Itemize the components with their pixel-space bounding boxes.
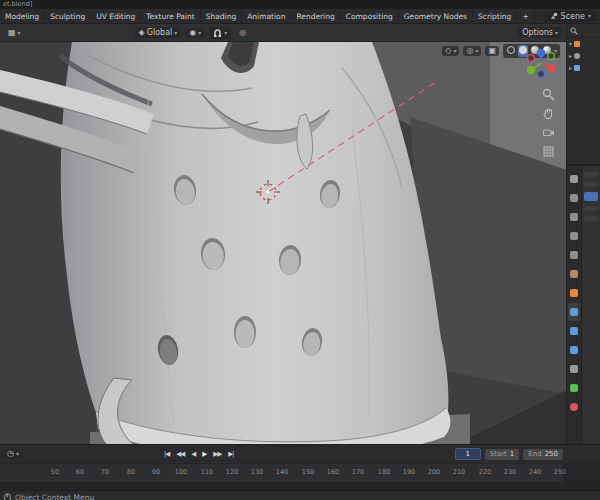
- tool-icon: [570, 175, 578, 183]
- snapping-dropdown[interactable]: ▾: [209, 27, 231, 39]
- search-icon[interactable]: [570, 27, 578, 35]
- end-label: End: [528, 450, 541, 458]
- viewport-nav-buttons: [542, 88, 555, 158]
- transform-orientation-dropdown[interactable]: ◈ Global ▾: [135, 27, 182, 38]
- tab-rendering[interactable]: Rendering: [291, 9, 340, 23]
- camera-view-icon[interactable]: [542, 126, 555, 139]
- properties-tab-tool[interactable]: [568, 170, 580, 188]
- show-gizmo-dropdown[interactable]: ◇ ▾: [442, 46, 459, 56]
- proportional-edit-toggle[interactable]: ◎: [235, 28, 250, 38]
- editor-grid-icon: ▦: [8, 29, 16, 37]
- properties-tab-material[interactable]: [568, 398, 580, 416]
- playback-controls: |◀ ◀◀ ◀ ▶ ▶▶ ▶|: [161, 448, 236, 460]
- editor-type-button[interactable]: ▦ ▾: [4, 28, 25, 38]
- properties-tab-output[interactable]: [568, 208, 580, 226]
- properties-row: [584, 206, 598, 211]
- tab-texture-paint[interactable]: Texture Paint: [141, 9, 200, 23]
- overlays-dropdown[interactable]: ◎ ▾: [463, 46, 481, 56]
- next-keyframe-button[interactable]: ▶▶: [210, 448, 224, 460]
- pivot-point-icon: ◉: [189, 29, 196, 37]
- window-title: et.blend]: [0, 0, 600, 9]
- properties-tab-scene[interactable]: [568, 246, 580, 264]
- properties-tab-render[interactable]: [568, 189, 580, 207]
- options-dropdown[interactable]: Options ▾: [518, 27, 562, 38]
- ruler-tick: 140: [276, 468, 288, 476]
- ruler-tick: 190: [403, 468, 415, 476]
- collection-icon: [574, 41, 580, 47]
- tab-shading[interactable]: Shading: [201, 9, 242, 23]
- viewport-3d: ▦ ▾ ◈ Global ▾ ◉ ▾: [0, 24, 566, 444]
- outliner-item-object[interactable]: ▸: [567, 62, 600, 74]
- properties-tab-object[interactable]: [568, 284, 580, 302]
- jump-to-end-button[interactable]: ▶|: [225, 448, 236, 460]
- magnet-icon: [213, 28, 222, 38]
- ruler-tick: 60: [76, 468, 84, 476]
- ruler-tick: 110: [201, 468, 213, 476]
- tab-uv-editing[interactable]: UV Editing: [91, 9, 141, 23]
- properties-row: [584, 172, 598, 177]
- xray-toggle[interactable]: ▣: [485, 46, 499, 56]
- clock-icon: ◷: [7, 450, 14, 458]
- outliner-item-scene-collection[interactable]: ▾: [567, 38, 600, 50]
- material-icon: [570, 403, 578, 411]
- frame-end-field[interactable]: End 250: [523, 449, 563, 460]
- outliner-item-collection[interactable]: ▸: [567, 50, 600, 62]
- move-view-hand-icon[interactable]: [542, 107, 555, 120]
- shading-wireframe-button[interactable]: [506, 45, 516, 57]
- pivot-point-dropdown[interactable]: ◉ ▾: [185, 28, 205, 38]
- tab-compositing[interactable]: Compositing: [341, 9, 399, 23]
- right-panel: ▾ ▸ ▸: [566, 24, 600, 444]
- tab-modeling[interactable]: Modeling: [0, 9, 45, 23]
- properties-tab-particles[interactable]: [568, 322, 580, 340]
- properties-tab-view-layer[interactable]: [568, 227, 580, 245]
- options-label: Options: [522, 28, 553, 37]
- prev-keyframe-button[interactable]: ◀◀: [173, 448, 187, 460]
- add-workspace-button[interactable]: +: [517, 9, 534, 23]
- frame-start-field[interactable]: Start 1: [485, 449, 520, 460]
- tab-animation[interactable]: Animation: [242, 9, 291, 23]
- transform-orientation-label: Global: [147, 28, 173, 37]
- xray-icon: ▣: [488, 47, 496, 55]
- timeline-ruler[interactable]: 50 60 70 80 90 100 110 120 130 140 150 1…: [0, 463, 600, 482]
- properties-row: [584, 216, 598, 221]
- chevron-down-icon: ▾: [198, 30, 201, 36]
- play-reverse-button[interactable]: ◀: [188, 448, 198, 460]
- timeline-editor-type-button[interactable]: ◷ ▾: [3, 449, 23, 459]
- ruler-tick: 220: [479, 468, 491, 476]
- current-frame-field[interactable]: 1: [455, 448, 481, 460]
- properties-tab-world[interactable]: [568, 265, 580, 283]
- scene-selector[interactable]: Scene ▾: [544, 11, 597, 22]
- properties-tab-physics[interactable]: [568, 341, 580, 359]
- viewport-canvas[interactable]: ◇ ▾ ◎ ▾ ▣ ▾: [0, 42, 566, 444]
- tab-sculpting[interactable]: Sculpting: [45, 9, 91, 23]
- properties-button[interactable]: [584, 192, 598, 201]
- mesh-data-props-icon: [570, 384, 578, 392]
- jump-to-start-button[interactable]: |◀: [161, 448, 172, 460]
- scene-icon: [550, 12, 558, 20]
- mesh-data-icon: [574, 65, 580, 71]
- ortho-grid-icon[interactable]: [542, 145, 555, 158]
- zoom-icon[interactable]: [542, 88, 555, 101]
- navigation-gizmo[interactable]: [524, 46, 558, 80]
- wrench-icon: [570, 308, 578, 316]
- play-button[interactable]: ▶: [199, 448, 209, 460]
- properties-tab-constraints[interactable]: [568, 360, 580, 378]
- ruler-tick: 160: [327, 468, 339, 476]
- ruler-tick: 150: [302, 468, 314, 476]
- ruler-tick: 90: [152, 468, 160, 476]
- tab-geometry-nodes[interactable]: Geometry Nodes: [399, 9, 473, 23]
- blender-window: et.blend] Modeling Sculpting UV Editing …: [0, 0, 600, 500]
- ruler-tick: 200: [428, 468, 440, 476]
- chevron-down-icon: ▾: [18, 30, 21, 36]
- chevron-down-icon: ▾: [555, 30, 558, 36]
- properties-tab-data[interactable]: [568, 379, 580, 397]
- properties-tab-modifiers[interactable]: [568, 303, 580, 321]
- start-value: 1: [510, 450, 514, 458]
- start-label: Start: [490, 450, 507, 458]
- view-layer-icon: [570, 232, 578, 240]
- tab-scripting[interactable]: Scripting: [473, 9, 517, 23]
- outliner-header: [567, 24, 600, 38]
- timeline-scroll-area[interactable]: [0, 482, 600, 490]
- end-value: 250: [545, 450, 558, 458]
- chevron-down-icon: ▾: [174, 30, 177, 36]
